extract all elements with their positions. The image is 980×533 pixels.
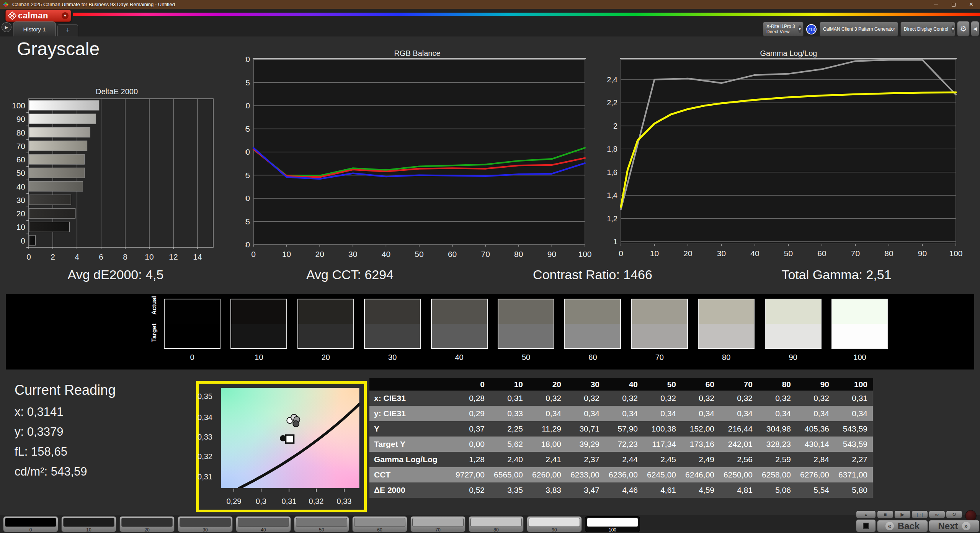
calman-menu-chevron-icon: ▼	[62, 12, 69, 19]
display-control-dropdown[interactable]: Direct Display Control ▼	[900, 22, 955, 36]
table-cell: 2,59	[758, 452, 796, 467]
stop-icon: ■	[884, 512, 887, 517]
svg-text:40: 40	[750, 249, 759, 258]
table-cell: 543,59	[835, 437, 873, 452]
level-button-90[interactable]: 90	[527, 516, 582, 532]
pattern-generator-label: CalMAN Client 3 Pattern Generator	[823, 26, 895, 32]
level-button-80[interactable]: 80	[469, 516, 524, 532]
minimize-button[interactable]: ─	[927, 0, 945, 9]
bracket-dots-button[interactable]: [··]	[911, 510, 928, 518]
table-column-header: 30	[567, 378, 605, 391]
svg-text:8: 8	[123, 252, 127, 261]
svg-text:0: 0	[251, 250, 256, 258]
gray-swatch-40	[431, 299, 488, 349]
svg-text:110: 110	[245, 101, 250, 110]
gray-swatch-80	[698, 299, 755, 349]
pattern-generator-dropdown[interactable]: CalMAN Client 3 Pattern Generator ▼	[820, 22, 898, 36]
table-cell: 100,38	[643, 421, 681, 437]
svg-text:0: 0	[26, 252, 31, 261]
table-column-header: 100	[835, 378, 873, 391]
level-button-20[interactable]: 20	[119, 516, 175, 532]
grayscale-table: 0102030405060708090100x: CIE310,280,310,…	[369, 378, 873, 498]
level-button-100[interactable]: 100	[585, 516, 640, 532]
level-button-70[interactable]: 70	[410, 516, 466, 532]
svg-text:12: 12	[169, 252, 178, 261]
svg-text:1,4: 1,4	[607, 191, 617, 199]
cie-overlay	[221, 388, 359, 488]
table-cell: 4,59	[681, 482, 720, 498]
meter-dropdown[interactable]: X-Rite i1Pro 3 Direct View ▼	[763, 22, 804, 36]
cie-x-tickmark	[316, 489, 317, 492]
back-button[interactable]: « Back	[877, 520, 928, 532]
panel-up-button[interactable]: ▲	[856, 510, 876, 518]
table-cell: 2,56	[720, 452, 758, 467]
cie-y-tick: 0,33	[198, 433, 212, 441]
svg-text:70: 70	[851, 249, 860, 258]
cie-y-tick: 0,35	[198, 392, 212, 401]
stop-measure-button[interactable]	[856, 519, 876, 532]
next-button[interactable]: Next »	[929, 520, 980, 532]
table-row: CCT9727,006565,006260,006233,006236,0062…	[369, 467, 873, 482]
title-bar: Calman 2025 Calman Ultimate for Business…	[0, 0, 980, 9]
level-button-60[interactable]: 60	[352, 516, 407, 532]
table-cell: 11,29	[528, 421, 567, 437]
table-cell: 0,32	[681, 391, 720, 406]
table-cell: 2,25	[490, 421, 528, 437]
add-tab-button[interactable]: +	[57, 24, 78, 36]
chevrons-right-icon: »	[962, 522, 970, 530]
close-button[interactable]: ×	[962, 0, 980, 9]
table-cell: 0,34	[758, 406, 796, 421]
strip-level-label: 10	[230, 353, 287, 362]
table-cell: 2,84	[796, 452, 835, 467]
app-icon	[3, 2, 8, 7]
reading-line: x: 0,3141	[15, 405, 116, 419]
svg-text:0: 0	[619, 249, 623, 258]
gray-swatch-10	[230, 299, 287, 349]
table-column-header: 20	[528, 378, 567, 391]
infinity-button[interactable]: ∞	[929, 510, 945, 518]
svg-text:115: 115	[245, 78, 250, 87]
table-cell: 0,32	[720, 391, 758, 406]
table-cell: 0,34	[835, 406, 873, 421]
svg-text:90: 90	[547, 250, 556, 258]
reading-line: cd/m²: 543,59	[15, 465, 116, 479]
cie-x-tickmark	[289, 489, 289, 492]
level-button-40[interactable]: 40	[236, 516, 291, 532]
svg-text:90: 90	[918, 249, 927, 258]
meter-badge[interactable]: 713	[806, 24, 817, 34]
calman-menu-button[interactable]: calman ▼	[5, 10, 71, 22]
table-cell: 2,44	[605, 452, 643, 467]
table-cell: 18,00	[528, 437, 567, 452]
refresh-button[interactable]: ↻	[946, 510, 962, 518]
strip-level-label: 30	[364, 353, 421, 362]
svg-text:60: 60	[448, 250, 457, 258]
level-button-10[interactable]: 10	[61, 516, 116, 532]
history-nav-button[interactable]: ▶	[2, 22, 11, 32]
header-bar: calman ▼ ▶ History 1 + X-Rite i1Pro 3 Di…	[0, 9, 980, 36]
table-row: Y0,372,2511,2930,7157,90100,38152,00216,…	[369, 421, 873, 437]
table-cell: 0,37	[452, 421, 490, 437]
svg-text:100: 100	[12, 101, 25, 110]
table-cell: 4,46	[605, 482, 643, 498]
collapse-panel-button[interactable]: ◀	[971, 21, 979, 36]
svg-text:2,4: 2,4	[607, 75, 617, 84]
svg-text:90: 90	[16, 114, 25, 123]
level-button-50[interactable]: 50	[294, 516, 349, 532]
table-cell: 0,32	[567, 391, 605, 406]
svg-text:100: 100	[949, 249, 962, 258]
table-cell: 6233,00	[567, 467, 605, 482]
level-button-30[interactable]: 30	[178, 516, 233, 532]
level-button-0[interactable]: 0	[3, 516, 58, 532]
gray-swatch-90	[765, 299, 822, 349]
svg-text:40: 40	[382, 250, 390, 258]
reading-line: fL: 158,65	[15, 445, 116, 459]
table-cell: 2,37	[567, 452, 605, 467]
stop-button[interactable]: ■	[877, 510, 893, 518]
maximize-button[interactable]	[945, 0, 962, 9]
settings-button[interactable]: ⚙	[957, 21, 970, 36]
play-button[interactable]: ▶	[894, 510, 911, 518]
table-row: Target Y0,005,6218,0039,2972,23117,34173…	[369, 437, 873, 452]
table-cell: 5,80	[835, 482, 873, 498]
summary-stat-3: Total Gamma: 2,51	[781, 267, 891, 282]
tab-history-1[interactable]: History 1	[13, 21, 56, 36]
